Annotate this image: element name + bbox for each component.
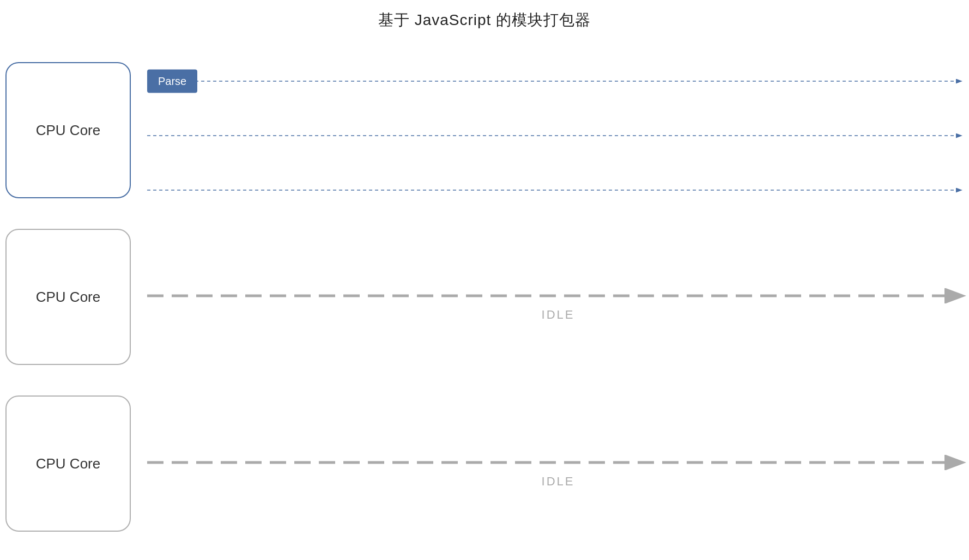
arrow-line-1 — [147, 76, 969, 87]
page-title: 基于 JavaScript 的模块打包器 — [0, 0, 969, 47]
timeline-1: Parse — [147, 47, 969, 214]
parse-block: Parse — [147, 70, 197, 93]
arrow-line-3 — [147, 185, 969, 196]
cpu-row-2: CPU Core IDLE — [5, 214, 969, 380]
idle-arrow-line-2 — [147, 288, 969, 303]
timeline-line-1-2 — [147, 130, 969, 141]
timeline-3: IDLE — [147, 380, 969, 547]
idle-label-2: IDLE — [542, 308, 575, 322]
cpu-core-label-1: CPU Core — [36, 122, 100, 139]
cpu-core-label-2: CPU Core — [36, 289, 100, 306]
diagram: CPU Core Parse — [0, 47, 969, 547]
timeline-line-1-3 — [147, 185, 969, 196]
arrow-line-2 — [147, 130, 969, 141]
cpu-row-3: CPU Core IDLE — [5, 380, 969, 547]
idle-arrow-line-3 — [147, 455, 969, 470]
cpu-core-box-3: CPU Core — [5, 395, 131, 532]
cpu-core-box-2: CPU Core — [5, 229, 131, 365]
cpu-core-label-3: CPU Core — [36, 455, 100, 472]
timeline-line-1-1: Parse — [147, 76, 969, 87]
cpu-core-box-1: CPU Core — [5, 62, 131, 198]
idle-label-3: IDLE — [542, 474, 575, 489]
timeline-2: IDLE — [147, 214, 969, 380]
cpu-row-1: CPU Core Parse — [5, 47, 969, 214]
